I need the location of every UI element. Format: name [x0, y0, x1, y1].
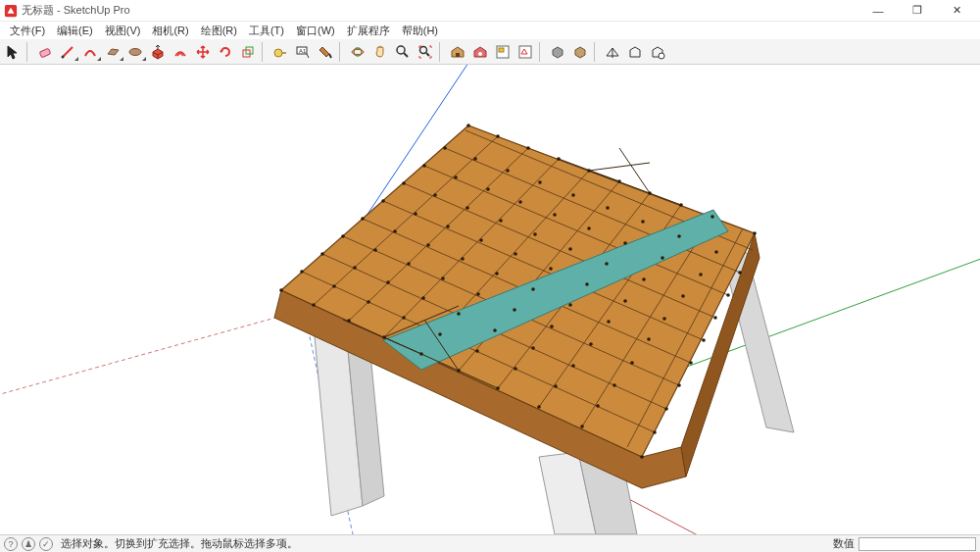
menu-help[interactable]: 帮助(H) — [396, 24, 444, 38]
toolbar-separator — [262, 42, 267, 62]
pan-tool-icon[interactable] — [370, 42, 390, 62]
move-tool-icon[interactable] — [193, 42, 213, 62]
svg-point-121 — [486, 187, 490, 191]
layout-icon[interactable] — [493, 42, 513, 62]
building-icon[interactable] — [625, 42, 645, 62]
svg-point-151 — [446, 225, 450, 228]
svg-point-133 — [571, 193, 575, 197]
value-input[interactable] — [858, 537, 976, 551]
paint-tool-icon[interactable] — [316, 42, 335, 62]
add-location-icon[interactable] — [603, 42, 622, 62]
svg-point-11 — [397, 46, 405, 54]
menu-edit[interactable]: 编辑(E) — [51, 24, 99, 38]
svg-rect-16 — [499, 48, 504, 52]
status-bar: ? ♟ ✓ 选择对象。切换到扩充选择。拖动鼠标选择多项。 数值 — [0, 534, 980, 552]
pushpull-tool-icon[interactable] — [148, 42, 168, 62]
svg-point-104 — [531, 287, 535, 291]
svg-point-94 — [513, 308, 516, 312]
svg-point-154 — [549, 267, 553, 271]
svg-point-122 — [518, 200, 522, 204]
svg-point-6 — [274, 49, 282, 57]
svg-point-115 — [605, 262, 609, 266]
eraser-tool-icon[interactable] — [35, 42, 55, 62]
svg-point-66 — [537, 405, 541, 409]
svg-point-146 — [679, 203, 683, 207]
zoom-extents-tool-icon[interactable] — [416, 42, 435, 62]
svg-point-157 — [662, 317, 666, 321]
svg-point-101 — [426, 243, 430, 247]
menu-tools[interactable]: 工具(T) — [243, 24, 290, 38]
svg-point-135 — [641, 220, 645, 224]
svg-rect-1 — [39, 48, 51, 58]
menu-file[interactable]: 文件(F) — [4, 24, 51, 38]
style-builder-icon[interactable] — [515, 42, 535, 62]
tape-tool-icon[interactable] — [270, 42, 290, 62]
svg-point-68 — [640, 455, 644, 459]
svg-point-119 — [422, 164, 426, 168]
svg-point-116 — [642, 277, 646, 281]
select-tool-icon[interactable] — [3, 42, 23, 62]
menu-draw[interactable]: 绘图(R) — [195, 24, 243, 38]
svg-point-127 — [699, 273, 703, 276]
svg-point-97 — [630, 361, 634, 365]
svg-point-129 — [443, 146, 447, 150]
line-tool-icon[interactable] — [58, 42, 77, 62]
offset-tool-icon[interactable] — [171, 42, 190, 62]
svg-point-134 — [606, 206, 610, 210]
toolbar-separator — [339, 42, 344, 62]
svg-point-145 — [648, 191, 652, 195]
svg-point-155 — [585, 282, 589, 286]
maximize-button[interactable]: ❐ — [898, 0, 937, 22]
claim-icon[interactable]: ✓ — [39, 537, 53, 551]
zoom-tool-icon[interactable] — [393, 42, 413, 62]
3d-warehouse-icon[interactable] — [448, 42, 467, 62]
photo-textures-icon[interactable] — [648, 42, 667, 62]
solid-union-icon[interactable] — [570, 42, 590, 62]
svg-point-77 — [596, 404, 600, 408]
minimize-button[interactable]: — — [858, 0, 898, 22]
orbit-tool-icon[interactable] — [348, 42, 368, 62]
svg-point-111 — [466, 206, 469, 210]
svg-point-2 — [62, 55, 65, 58]
svg-point-64 — [457, 369, 461, 373]
svg-line-57 — [589, 163, 650, 171]
svg-point-156 — [623, 299, 627, 303]
model-viewport[interactable] — [0, 65, 980, 534]
svg-point-69 — [300, 270, 304, 274]
scale-tool-icon[interactable] — [238, 42, 258, 62]
svg-point-118 — [713, 316, 717, 320]
circle-tool-icon[interactable] — [125, 42, 145, 62]
menu-view[interactable]: 视图(V) — [99, 24, 147, 38]
extension-warehouse-icon[interactable] — [470, 42, 490, 62]
geo-location-icon[interactable]: ? — [4, 537, 18, 551]
svg-point-108 — [689, 361, 693, 365]
solid-outer-icon[interactable] — [548, 42, 567, 62]
svg-text:A1: A1 — [299, 48, 307, 54]
arc-tool-icon[interactable] — [80, 42, 100, 62]
close-button[interactable]: ✕ — [937, 0, 976, 22]
credits-icon[interactable]: ♟ — [22, 537, 35, 551]
svg-point-131 — [506, 169, 510, 173]
text-tool-icon[interactable]: A1 — [293, 42, 313, 62]
menu-camera[interactable]: 相机(R) — [146, 24, 194, 38]
svg-point-14 — [478, 52, 482, 56]
svg-point-90 — [373, 248, 377, 252]
svg-point-123 — [553, 213, 557, 217]
svg-point-86 — [571, 364, 575, 368]
menu-extensions[interactable]: 扩展程序 — [341, 24, 396, 38]
main-toolbar: A1 — [0, 39, 980, 65]
rotate-tool-icon[interactable] — [216, 42, 235, 62]
svg-point-72 — [402, 316, 406, 320]
svg-point-128 — [726, 293, 730, 297]
title-bar: 无标题 - SketchUp Pro — ❐ ✕ — [0, 0, 980, 22]
svg-point-147 — [710, 215, 714, 219]
rect-tool-icon[interactable] — [103, 42, 122, 62]
svg-point-3 — [129, 48, 141, 55]
svg-point-132 — [538, 180, 542, 184]
svg-point-117 — [681, 294, 685, 298]
svg-point-83 — [457, 312, 461, 316]
svg-point-105 — [568, 303, 572, 307]
svg-point-65 — [496, 386, 500, 390]
menu-window[interactable]: 窗口(W) — [290, 24, 341, 38]
svg-point-91 — [407, 262, 411, 266]
